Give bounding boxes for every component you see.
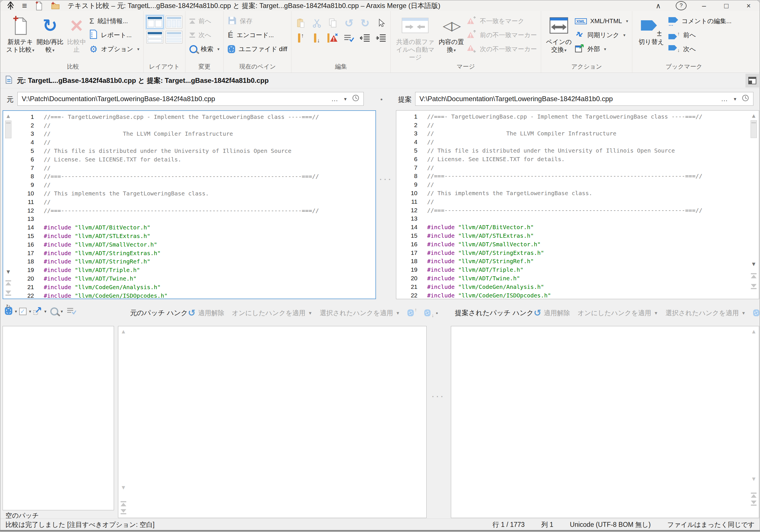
mark-mismatch-button[interactable]: 不一致をマーク [467,16,537,26]
jump-last-change-icon[interactable] [748,284,759,289]
scrollbar-thumb[interactable] [751,120,757,138]
maximize-icon[interactable]: □ [721,2,731,10]
pane-layout-button[interactable] [745,74,759,87]
proposed-code-area[interactable]: 1//===- TargetLoweringBase.cpp - Impleme… [397,112,748,299]
source-code-pane[interactable]: ▲ ▼ 1//===- TargetLoweringBase.cpp - Imp… [3,110,376,299]
recompare-button[interactable]: ↻ 開始/再比較▾ [35,11,65,54]
scroll-up-icon[interactable]: ▲ [748,113,759,119]
select-pointer-button[interactable] [374,18,387,29]
hunk-list-button[interactable] [67,307,76,316]
xml-html-button[interactable]: XML XML/HTML ▾ [575,16,628,26]
jump-last-change-icon[interactable] [120,509,126,514]
replace-content-button[interactable]: ◁▷ 内容の置換▾ [437,11,465,54]
apply-checked-hunks-button-left[interactable]: オンにしたハンクを適用 ▼ [232,309,312,317]
apply-selected-hunks-button-right[interactable]: 選択されたハンクを適用 ▼ [665,309,746,317]
source-path-input[interactable]: V:\Patch\Documentation\TargetLoweringBas… [18,92,364,106]
bookmark-edit-comment-button[interactable]: … コメントの編集... [668,16,732,26]
hunk-search-icon[interactable] [50,308,58,315]
external-tools-button[interactable]: 外部 ▾ [575,44,628,55]
menu-icon[interactable]: ≡ [22,1,27,10]
close-icon[interactable]: × [744,2,753,10]
jump-first-change-icon[interactable] [120,501,126,506]
save-button[interactable]: 保存 [228,16,287,26]
scroll-up-icon[interactable]: ▲ [751,329,757,334]
scrollbar-thumb[interactable] [5,121,12,138]
jump-first-change-icon[interactable] [748,273,759,278]
proposed-code-pane[interactable]: 1//===- TargetLoweringBase.cpp - Impleme… [396,110,759,299]
scroll-up-icon[interactable]: ▲ [3,113,14,119]
browse-proposed-button[interactable]: … [721,95,728,103]
indent-button[interactable] [374,32,387,44]
hunk-goto-button[interactable] [33,307,42,316]
bottom-pane-splitter[interactable]: ··· [428,392,450,401]
swap-panes-button[interactable]: ペインの交換▾ [544,11,574,54]
remove-marker-button[interactable] [326,32,339,44]
proposed-path-dropdown-icon[interactable]: ▼ [733,97,737,101]
proposed-path-input[interactable]: V:\Patch\Documentation\TargetLoweringBas… [415,92,753,106]
report-button[interactable]: レポート... [89,30,139,41]
comparison-tab[interactable]: 元: TargetL...gBase-1842f4a81b0.cpp と 提案:… [0,73,760,88]
redo-button[interactable]: ↻ [358,18,371,29]
copy-button[interactable] [326,18,339,29]
apply-selected-hunks-button-left[interactable]: 選択されたハンクを適用 ▼ [320,309,400,317]
new-text-compare-button[interactable]: 新規テキスト比較▾ [5,11,35,54]
encoding-button[interactable]: É エンコード... [228,30,287,41]
layout-2pane-vertical-button[interactable] [147,16,163,28]
source-code-area[interactable]: 1//===- TargetLoweringBase.cpp - Impleme… [14,113,375,299]
hunk-mode-button[interactable]: ↻ [5,307,12,316]
scroll-down-icon[interactable]: ▼ [748,261,759,267]
bookmark-next-button[interactable]: ↓ 次へ [668,44,732,55]
layout-3pane-horizontal-button[interactable] [166,31,182,43]
scroll-down-icon[interactable]: ▼ [120,485,126,490]
paste-button[interactable] [294,18,308,29]
margin-marker-down-button[interactable]: ↓ [310,32,323,44]
undo-button[interactable]: ↺ [342,18,356,29]
jump-last-change-icon[interactable] [3,291,14,296]
next-hunk-button-left[interactable]: ↓ [424,310,434,316]
proposed-pane-scrollbar[interactable]: ▲ ▼ [748,111,759,299]
layout-2pane-horizontal-button[interactable] [147,31,163,43]
jump-first-change-icon[interactable] [3,280,14,285]
abort-compare-button[interactable]: × 比較中止 [65,11,88,53]
jump-last-change-icon[interactable] [751,501,757,506]
bookmark-toggle-button[interactable]: ± 切り替え [635,11,667,46]
scroll-down-icon[interactable]: ▼ [751,476,757,482]
help-icon[interactable]: ? [676,1,687,10]
source-pane-scrollbar[interactable]: ▲ ▼ [3,111,14,299]
unapply-button-right[interactable]: ↺ 適用解除 [534,308,570,317]
hunk-check-button[interactable]: ✓ [19,308,26,315]
browse-source-button[interactable]: … [331,95,339,103]
auto-merge-button[interactable]: 共通の親ファイルへ自動マージ [394,11,437,61]
new-document-icon[interactable] [34,1,43,11]
previous-change-button[interactable]: 前へ [189,16,220,26]
sync-link-button[interactable]: 同期リンク ▾ [575,30,628,41]
previous-hunk-button-right[interactable]: ↑ [753,310,760,316]
apply-checked-hunks-button-right[interactable]: オンにしたハンクを適用 ▼ [578,309,658,317]
collapse-ribbon-icon[interactable]: ∧ [653,2,663,10]
next-change-button[interactable]: 次へ [189,30,220,41]
proposed-history-icon[interactable] [742,94,749,103]
bookmark-previous-button[interactable]: ↑ 前へ [668,30,732,41]
margin-marker-up-button[interactable]: ↑ [294,32,308,44]
patch-list-pane[interactable] [3,326,114,510]
scroll-up-icon[interactable]: ▲ [120,329,126,334]
cut-button[interactable] [310,18,323,29]
next-mismatch-marker-button[interactable]: 次の不一致マーカー [467,44,537,55]
source-hunks-pane[interactable]: ▲ ▼ [118,326,427,518]
proposed-hunks-pane[interactable]: ▲ ▼ [451,326,759,518]
jump-first-change-icon[interactable] [751,493,757,498]
minimize-icon[interactable]: – [699,2,709,10]
previous-mismatch-marker-button[interactable]: 前の不一致マーカー [467,30,537,41]
new-folder-icon[interactable] [51,1,60,10]
options-button[interactable]: ⚙ オプション ▾ [89,44,139,55]
statistics-button[interactable]: Σ 統計情報... [89,16,139,26]
source-history-icon[interactable] [352,94,359,103]
unapply-button-left[interactable]: ↺ 適用解除 [188,308,224,317]
search-button[interactable]: 検索 ▾ [189,44,220,55]
pane-splitter[interactable]: ··· [377,175,396,184]
accept-lines-button[interactable] [342,32,356,44]
unindent-button[interactable] [358,32,371,44]
previous-hunk-button-left[interactable]: ↑ [407,310,417,316]
scroll-down-icon[interactable]: ▼ [3,269,14,274]
source-path-dropdown-icon[interactable]: ▼ [343,97,348,101]
